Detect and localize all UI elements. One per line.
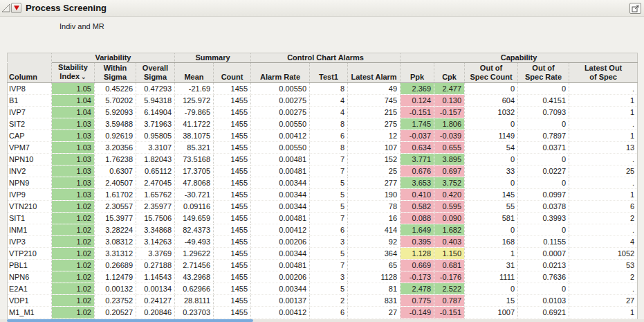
cell-oos_count: 0 <box>465 118 518 130</box>
cell-cpk: 0.130 <box>434 95 465 107</box>
table-row[interactable]: INV21.030.63070.6511217.370514550.004817… <box>8 166 638 177</box>
red-triangle-menu-button[interactable] <box>11 3 21 13</box>
cell-stability: 1.02 <box>52 283 95 295</box>
cell-overall: 3.71963 <box>136 118 175 130</box>
table-row[interactable]: NPN61.021.124791.1454343.296814550.00206… <box>8 271 638 283</box>
table-row[interactable]: VDP11.020.237520.2412728.811114550.00137… <box>8 295 638 307</box>
table-row[interactable]: SIT21.033.594883.7196341.172214550.00550… <box>8 118 638 130</box>
cell-ppk: 0.669 <box>401 260 434 271</box>
cell-ppk: 0.410 <box>401 189 434 201</box>
cell-stability: 1.02 <box>52 307 95 319</box>
table-row[interactable]: NPN101.031.762381.8204373.516814550.0048… <box>8 154 638 166</box>
cell-column: M1_M1 <box>8 307 52 319</box>
sort-descending-icon[interactable]: ⌄ <box>81 73 86 80</box>
cell-count: 1455 <box>214 177 251 189</box>
cell-overall: 0.47293 <box>136 83 175 95</box>
cell-mean: 125.972 <box>175 95 214 107</box>
column-header-within-sigma[interactable]: Within Sigma <box>95 63 136 83</box>
column-header-count[interactable]: Count <box>214 63 251 83</box>
cell-latest_alarm: 190 <box>348 189 401 201</box>
cell-oos_count: 1032 <box>465 107 518 118</box>
table-row[interactable]: IVP31.023.083123.14263-49.49314550.00206… <box>8 236 638 248</box>
cell-column: E2A1 <box>8 283 52 295</box>
column-header-out-of-spec-count[interactable]: Out of Spec Count <box>465 63 518 83</box>
cell-latest_oos: 1 <box>569 189 638 201</box>
table-row[interactable]: B11.045.702025.94318125.97214550.0027547… <box>8 95 638 107</box>
table-row[interactable]: IVP71.045.920936.14904-79.86514550.00275… <box>8 107 638 118</box>
outline-collapse-icon[interactable] <box>1 3 10 13</box>
column-header-mean[interactable]: Mean <box>175 63 214 83</box>
cell-ppk: -0.173 <box>401 271 434 283</box>
cell-ppk: 1.745 <box>401 118 434 130</box>
cell-overall: 0.20846 <box>136 307 175 319</box>
table-row[interactable]: IVP91.031.617021.65762-30.72114550.00344… <box>8 189 638 201</box>
red-triangle-icon <box>14 6 19 10</box>
cell-within: 0.26689 <box>95 260 136 271</box>
column-header-stability-index[interactable]: Stability Index⌄ <box>52 63 95 83</box>
table-row[interactable]: PBL11.020.266890.271882.7145614550.00481… <box>8 260 638 271</box>
cell-test1: 5 <box>310 201 348 213</box>
cell-oos_rate: 0.7636 <box>518 271 569 283</box>
cell-mean: -79.865 <box>175 107 214 118</box>
cell-test1: 6 <box>310 224 348 236</box>
column-header-test1[interactable]: Test1 <box>310 63 348 83</box>
table-row[interactable]: VTN2101.022.305572.359770.0911614550.003… <box>8 201 638 213</box>
cell-oos_count: 0 <box>465 224 518 236</box>
cell-oos_count: 0 <box>465 283 518 295</box>
column-header-latest-out-of-spec[interactable]: Latest Out of Spec <box>569 63 638 83</box>
cell-latest_alarm: 65 <box>348 260 401 271</box>
cell-oos_count: 54 <box>465 142 518 154</box>
cell-oos_rate: 0.0371 <box>518 142 569 154</box>
cell-stability: 1.02 <box>52 224 95 236</box>
cell-oos_rate: 0 <box>518 154 569 166</box>
cell-oos_count: 15 <box>465 295 518 307</box>
cell-alarm_rate: 0.00412 <box>251 130 310 142</box>
cell-latest_alarm: 107 <box>348 142 401 154</box>
cell-test1: 5 <box>310 177 348 189</box>
cell-latest_oos: 53 <box>569 260 638 271</box>
cell-within: 0.00132 <box>95 283 136 295</box>
table-row[interactable]: VTP2101.023.313123.37691.2962214550.0034… <box>8 248 638 260</box>
cell-count: 1455 <box>214 189 251 201</box>
cell-alarm_rate: 0.00206 <box>251 236 310 248</box>
cell-column: IVP7 <box>8 107 52 118</box>
cell-within: 2.40507 <box>95 177 136 189</box>
column-header-ppk[interactable]: Ppk <box>401 63 434 83</box>
cell-overall: 5.94318 <box>136 95 175 107</box>
window-export-button[interactable] <box>629 3 641 14</box>
table-row[interactable]: INM11.023.282243.3486882.437314550.00412… <box>8 224 638 236</box>
table-row[interactable]: E2A11.020.001320.001340.6296614550.00344… <box>8 283 638 295</box>
cell-within: 3.08312 <box>95 236 136 248</box>
cell-stability: 1.03 <box>52 118 95 130</box>
table-row[interactable]: CAP1.030.926190.9580538.107514550.004126… <box>8 130 638 142</box>
table-row[interactable]: NPN91.032.405072.4704547.806814550.00344… <box>8 177 638 189</box>
cell-oos_rate: 0.1155 <box>518 236 569 248</box>
table-row[interactable]: M1_M11.020.205270.208460.2370314550.0041… <box>8 307 638 319</box>
column-header-out-of-spec-rate[interactable]: Out of Spec Rate <box>518 63 569 83</box>
cell-mean: 41.1722 <box>175 118 214 130</box>
cell-latest_oos: . <box>569 118 638 130</box>
column-header-cpk[interactable]: Cpk <box>434 63 465 83</box>
scrollbar-thumb[interactable] <box>7 319 253 322</box>
column-header-latest-alarm[interactable]: Latest Alarm <box>348 63 401 83</box>
cell-test1: 6 <box>310 130 348 142</box>
column-header-alarm-rate[interactable]: Alarm Rate <box>251 63 310 83</box>
horizontal-scrollbar[interactable] <box>0 319 644 322</box>
cell-overall: 0.00134 <box>136 283 175 295</box>
cell-oos_rate: 0.0213 <box>518 260 569 271</box>
cell-count: 1455 <box>214 118 251 130</box>
cell-count: 1455 <box>214 154 251 166</box>
table-row[interactable]: VPM71.033.203563.310785.32114550.0055081… <box>8 142 638 154</box>
cell-mean: 0.62966 <box>175 283 214 295</box>
cell-oos_rate: 0.0103 <box>518 295 569 307</box>
cell-within: 1.12479 <box>95 271 136 283</box>
column-header-overall-sigma[interactable]: Overall Sigma <box>136 63 175 83</box>
cell-stability: 1.03 <box>52 166 95 177</box>
cell-alarm_rate: 0.00481 <box>251 166 310 177</box>
cell-overall: 1.65762 <box>136 189 175 201</box>
table-row[interactable]: SIT11.0215.397715.7506149.65914550.00481… <box>8 213 638 224</box>
cell-stability: 1.02 <box>52 271 95 283</box>
table-row[interactable]: IVP81.050.452260.47293-21.6914550.005508… <box>8 83 638 95</box>
column-header-column[interactable]: Column <box>8 63 52 83</box>
cell-cpk: 0.403 <box>434 236 465 248</box>
